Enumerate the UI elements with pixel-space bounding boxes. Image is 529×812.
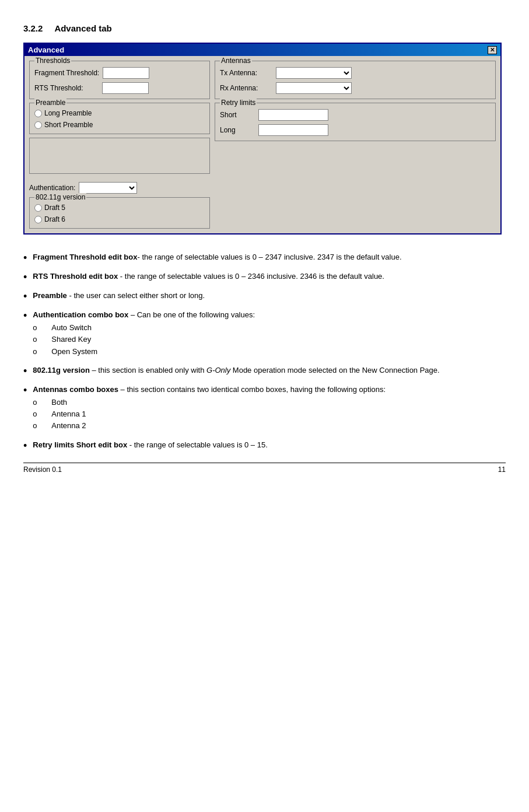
auth-sub-list: o Auto Switch o Shared Key o Open System [33, 323, 506, 357]
fragment-threshold-input[interactable] [103, 67, 149, 79]
list-item: • RTS Threshold edit box - the range of … [23, 271, 506, 282]
rts-threshold-row: RTS Threshold: [34, 82, 205, 94]
bullet-bold-retry: Retry limits Short edit box [33, 440, 127, 449]
rx-antenna-label: Rx Antenna: [220, 84, 272, 92]
dialog-title: Advanced [28, 46, 64, 54]
rts-threshold-label: RTS Threshold: [34, 84, 99, 92]
thresholds-group-label: Thresholds [34, 57, 71, 65]
draft5-label: Draft 5 [44, 204, 65, 212]
bullet-text-auth: – Can be one of the following values: [128, 310, 255, 319]
bullet-content-rts: RTS Threshold edit box - the range of se… [33, 271, 506, 282]
list-item: • Authentication combo box – Can be one … [23, 310, 506, 357]
list-item: • Preamble - the user can select either … [23, 290, 506, 302]
fragment-threshold-label: Fragment Threshold: [34, 69, 99, 77]
section-heading: 3.2.2 Advanced tab [23, 23, 506, 33]
bullet-section: • Fragment Threshold edit box- the range… [23, 252, 506, 451]
short-preamble-row: Short Preamble [34, 121, 205, 129]
footer-revision: Revision 0.1 [23, 466, 62, 474]
footer-page-number: 11 [498, 466, 506, 474]
draft6-row: Draft 6 [34, 215, 205, 223]
section-number: 3.2.2 [23, 23, 43, 33]
sub-item-label: Antenna 1 [51, 409, 86, 419]
rx-antenna-row: Rx Antenna: Both Antenna 1 Antenna 2 [220, 82, 491, 94]
sub-item-label: Antenna 2 [51, 421, 86, 431]
retry-long-label: Long [220, 126, 255, 134]
advanced-dialog: Advanced ✕ Thresholds Fragment Threshold… [23, 43, 502, 235]
list-item: • Retry limits Short edit box - the rang… [23, 440, 506, 451]
bullet-text-antennas: – this section contains two identical co… [118, 385, 386, 394]
bullet-content-retry: Retry limits Short edit box - the range … [33, 440, 506, 450]
long-preamble-label: Long Preamble [44, 109, 92, 117]
long-preamble-radio[interactable] [34, 110, 42, 117]
bullet-content-version: 802.11g version – this section is enable… [33, 365, 506, 376]
left-column: Thresholds Fragment Threshold: RTS Thres… [29, 61, 210, 229]
draft6-label: Draft 6 [44, 215, 65, 223]
footer: Revision 0.1 11 [23, 463, 506, 474]
sub-item: o Both [33, 397, 506, 408]
close-icon: ✕ [490, 47, 495, 53]
version-group-label: 802.11g version [34, 193, 86, 201]
retry-limits-group: Retry limits Short Long [215, 103, 496, 141]
bullet-dot: • [23, 272, 27, 282]
bullet-text-rts: - the range of selectable values is 0 – … [118, 272, 384, 281]
right-column: Antennas Tx Antenna: Both Antenna 1 Ante… [215, 61, 496, 229]
bullet-text-preamble: - the user can select either short or lo… [67, 291, 205, 300]
bullet-bold-preamble: Preamble [33, 291, 67, 300]
antennas-group-label: Antennas [220, 57, 252, 65]
draft5-radio[interactable] [34, 204, 42, 212]
bullet-text-version: – this section is enabled only with G-On… [90, 366, 440, 374]
list-item: • Antennas combo boxes – this section co… [23, 384, 506, 432]
bullet-bold-rts: RTS Threshold edit box [33, 272, 118, 281]
bullet-bold-version: 802.11g version [33, 366, 90, 374]
bullet-text-fragment: - the range of selectable values is 0 – … [137, 253, 401, 261]
bullet-dot: • [23, 291, 27, 302]
sub-item: o Auto Switch [33, 323, 506, 333]
thresholds-group: Thresholds Fragment Threshold: RTS Thres… [29, 61, 210, 99]
rts-threshold-input[interactable] [102, 82, 149, 94]
version-group: 802.11g version Draft 5 Draft 6 [29, 197, 210, 229]
long-preamble-row: Long Preamble [34, 109, 205, 117]
bullet-bold-fragment: Fragment Threshold edit box [33, 253, 137, 261]
bullet-content-fragment: Fragment Threshold edit box- the range o… [33, 252, 506, 262]
dialog-close-button[interactable]: ✕ [488, 46, 497, 54]
tx-antenna-select[interactable]: Both Antenna 1 Antenna 2 [276, 67, 352, 79]
retry-short-label: Short [220, 111, 255, 119]
empty-area [29, 138, 210, 174]
authentication-label: Authentication: [29, 184, 75, 192]
tx-antenna-row: Tx Antenna: Both Antenna 1 Antenna 2 [220, 67, 491, 79]
sub-item: o Open System [33, 346, 506, 357]
retry-limits-group-label: Retry limits [220, 99, 257, 107]
sub-item-label: Open System [51, 346, 97, 357]
retry-long-input[interactable] [258, 124, 328, 136]
bullet-dot: • [23, 366, 27, 376]
sub-item: o Antenna 1 [33, 409, 506, 419]
fragment-threshold-row: Fragment Threshold: [34, 67, 205, 79]
bullet-content-antennas: Antennas combo boxes – this section cont… [33, 384, 506, 432]
sub-item: o Shared Key [33, 334, 506, 345]
dialog-titlebar: Advanced ✕ [24, 44, 500, 56]
short-preamble-label: Short Preamble [44, 121, 93, 129]
section-title: Advanced tab [54, 23, 111, 33]
tx-antenna-label: Tx Antenna: [220, 69, 272, 77]
list-item: • 802.11g version – this section is enab… [23, 365, 506, 376]
authentication-select[interactable]: Auto Switch Shared Key Open System [79, 182, 137, 194]
bullet-text-retry: - the range of selectable values is 0 – … [127, 440, 268, 449]
sub-item-label: Auto Switch [51, 323, 92, 333]
sub-item-label: Shared Key [51, 334, 91, 345]
preamble-group: Preamble Long Preamble Short Preamble [29, 103, 210, 134]
antennas-group: Antennas Tx Antenna: Both Antenna 1 Ante… [215, 61, 496, 99]
rx-antenna-select[interactable]: Both Antenna 1 Antenna 2 [276, 82, 352, 94]
retry-short-input[interactable] [258, 109, 328, 121]
draft6-radio[interactable] [34, 216, 42, 223]
bullet-content-auth: Authentication combo box – Can be one of… [33, 310, 506, 357]
retry-long-row: Long [220, 124, 491, 136]
sub-item: o Antenna 2 [33, 421, 506, 431]
draft5-row: Draft 5 [34, 204, 205, 212]
bullet-dot: • [23, 440, 27, 451]
bullet-content-preamble: Preamble - the user can select either sh… [33, 290, 506, 301]
sub-item-label: Both [51, 397, 67, 408]
bullet-dot: • [23, 253, 27, 263]
short-preamble-radio[interactable] [34, 121, 42, 129]
antennas-sub-list: o Both o Antenna 1 o Antenna 2 [33, 397, 506, 432]
bullet-dot: • [23, 385, 27, 396]
